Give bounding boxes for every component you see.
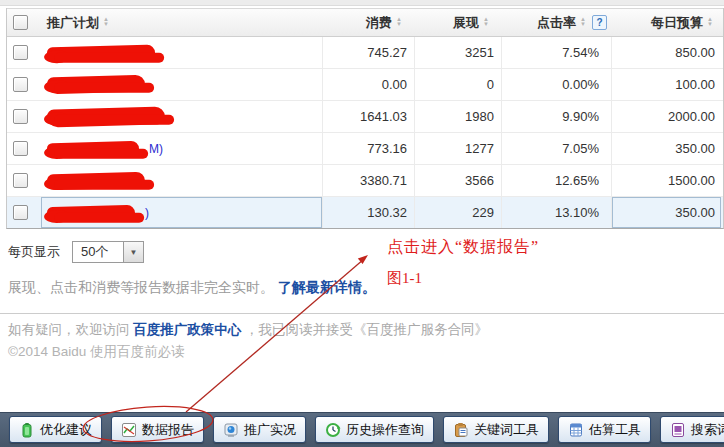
sort-icon[interactable]: ▲▼ xyxy=(580,17,586,26)
budget-cell[interactable]: 2000.00 xyxy=(611,101,721,132)
table-row: 3380.71356612.65%1500.00 xyxy=(7,165,723,197)
column-header-impressions[interactable]: 展现 ▲▼ xyxy=(414,9,501,36)
toolbar-button-live-status[interactable]: 推广实况 xyxy=(213,416,306,443)
redacted-plan-name xyxy=(47,44,155,61)
toolbar-button-estimate-tool[interactable]: 估算工具 xyxy=(558,416,651,443)
learn-more-link[interactable]: 了解最新详情。 xyxy=(278,279,376,295)
ctr-cell: 13.10% xyxy=(501,197,611,228)
toolbar-button-chart-report[interactable]: 数据报告 xyxy=(111,416,204,443)
ctr-cell: 9.90% xyxy=(501,101,611,132)
cost-cell: 0.00 xyxy=(322,69,414,100)
cost-cell: 745.27 xyxy=(322,37,414,68)
column-label: 消费 xyxy=(366,14,392,32)
estimate-tool-icon xyxy=(568,422,584,438)
table-row: )130.3222913.10%350.00 xyxy=(7,197,723,228)
plan-name-cell[interactable]: ) xyxy=(41,197,322,228)
sort-icon[interactable]: ▲▼ xyxy=(396,17,402,26)
help-icon[interactable]: ? xyxy=(592,15,607,30)
page-size-control: 每页显示 50个 ▼ xyxy=(8,241,144,263)
redacted-plan-name xyxy=(47,75,145,95)
row-checkbox[interactable] xyxy=(13,109,28,124)
top-strip xyxy=(0,0,724,6)
toolbar-button-label: 估算工具 xyxy=(589,421,641,439)
row-checkbox[interactable] xyxy=(13,173,28,188)
impressions-cell: 1277 xyxy=(414,133,501,164)
plan-name-cell[interactable] xyxy=(41,37,322,68)
impressions-cell: 1980 xyxy=(414,101,501,132)
budget-cell[interactable]: 850.00 xyxy=(611,37,721,68)
plan-name-fragment: ) xyxy=(145,206,149,220)
toolbar-button-label: 数据报告 xyxy=(142,421,194,439)
impressions-cell: 229 xyxy=(414,197,501,228)
policy-center-link[interactable]: 百度推广政策中心 xyxy=(133,322,241,337)
ctr-cell: 0.00% xyxy=(501,69,611,100)
search-report-icon xyxy=(670,422,686,438)
sort-icon[interactable]: ▲▼ xyxy=(103,17,109,26)
row-checkbox[interactable] xyxy=(13,45,28,60)
row-checkbox[interactable] xyxy=(13,205,28,220)
keyword-tool-icon xyxy=(453,422,469,438)
column-header-ctr[interactable]: 点击率 ▲▼ ? xyxy=(501,9,611,36)
column-header-cost[interactable]: 消费 ▲▼ xyxy=(322,9,414,36)
row-checkbox-cell xyxy=(7,101,41,132)
row-checkbox-cell xyxy=(7,197,41,228)
toolbar-button-search-report[interactable]: 搜索词报告 xyxy=(660,416,724,443)
table-row: M)773.1612777.05%350.00 xyxy=(7,133,723,165)
toolbar-button-battery[interactable]: 优化建议 xyxy=(9,416,102,443)
toolbar-button-label: 优化建议 xyxy=(40,421,92,439)
redacted-plan-name xyxy=(47,106,165,127)
column-header-budget[interactable]: 每日预算 ▲▼ xyxy=(611,9,721,36)
toolbar-button-label: 推广实况 xyxy=(244,421,296,439)
ctr-cell: 12.65% xyxy=(501,165,611,196)
table-row: 0.0000.00%100.00 xyxy=(7,69,723,101)
row-checkbox[interactable] xyxy=(13,141,28,156)
footer-text: 如有疑问，欢迎访问 xyxy=(8,322,130,337)
redacted-plan-name xyxy=(47,140,139,157)
column-label: 推广计划 xyxy=(47,14,99,32)
budget-cell[interactable]: 350.00 xyxy=(611,133,721,164)
plan-name-cell[interactable]: M) xyxy=(41,133,322,164)
annotation-callout: 点击进入“数据报告” xyxy=(387,237,539,258)
annotation-figure-label: 图1-1 xyxy=(387,269,422,288)
cost-cell: 130.32 xyxy=(322,197,414,228)
chevron-down-icon[interactable]: ▼ xyxy=(123,242,143,262)
footer-line1: 如有疑问，欢迎访问 百度推广政策中心 ，我已阅读并接受《百度推广服务合同》 xyxy=(8,321,488,339)
plan-name-cell[interactable] xyxy=(41,101,322,132)
plan-name-cell[interactable] xyxy=(41,165,322,196)
budget-cell[interactable]: 100.00 xyxy=(611,69,721,100)
budget-cell[interactable]: 350.00 xyxy=(611,197,721,228)
page-size-value: 50个 xyxy=(73,242,123,262)
row-checkbox-cell xyxy=(7,37,41,68)
row-checkbox-cell xyxy=(7,69,41,100)
footer-copyright: ©2014 Baidu 使用百度前必读 xyxy=(8,343,185,361)
cost-cell: 3380.71 xyxy=(322,165,414,196)
toolbar-button-label: 搜索词报告 xyxy=(691,421,724,439)
select-all-checkbox[interactable] xyxy=(13,15,28,30)
cost-cell: 1641.03 xyxy=(322,101,414,132)
impressions-cell: 3251 xyxy=(414,37,501,68)
toolbar-button-history-clock[interactable]: 历史操作查询 xyxy=(315,416,434,443)
sort-icon[interactable]: ▲▼ xyxy=(707,17,713,26)
table-row: 745.2732517.54%850.00 xyxy=(7,37,723,69)
footer-text: ，我已阅读并接受《百度推广服务合同》 xyxy=(245,322,488,337)
table-body: 745.2732517.54%850.000.0000.00%100.00164… xyxy=(7,37,723,228)
sort-icon[interactable]: ▲▼ xyxy=(483,17,489,26)
toolbar-button-keyword-tool[interactable]: 关键词工具 xyxy=(443,416,549,443)
divider xyxy=(0,313,724,314)
ctr-cell: 7.54% xyxy=(501,37,611,68)
notice-text: 展现、点击和消费等报告数据非完全实时。 xyxy=(8,279,274,295)
annotation-arrowhead xyxy=(358,255,368,264)
live-status-icon xyxy=(223,422,239,438)
budget-cell[interactable]: 1500.00 xyxy=(611,165,721,196)
bottom-toolbar: 优化建议数据报告推广实况历史操作查询关键词工具估算工具搜索词报告 xyxy=(0,412,724,447)
ctr-cell: 7.05% xyxy=(501,133,611,164)
column-label: 展现 xyxy=(453,14,479,32)
page-size-select[interactable]: 50个 ▼ xyxy=(72,241,144,263)
plan-name-cell[interactable] xyxy=(41,69,322,100)
toolbar-button-label: 关键词工具 xyxy=(474,421,539,439)
row-checkbox[interactable] xyxy=(13,77,28,92)
table-header: 推广计划 ▲▼ 消费 ▲▼ 展现 ▲▼ 点击率 ▲▼ ? 每日预算 ▲▼ xyxy=(7,8,723,37)
plan-name-fragment: M) xyxy=(149,142,163,156)
cost-cell: 773.16 xyxy=(322,133,414,164)
column-header-plan[interactable]: 推广计划 ▲▼ xyxy=(41,9,322,36)
